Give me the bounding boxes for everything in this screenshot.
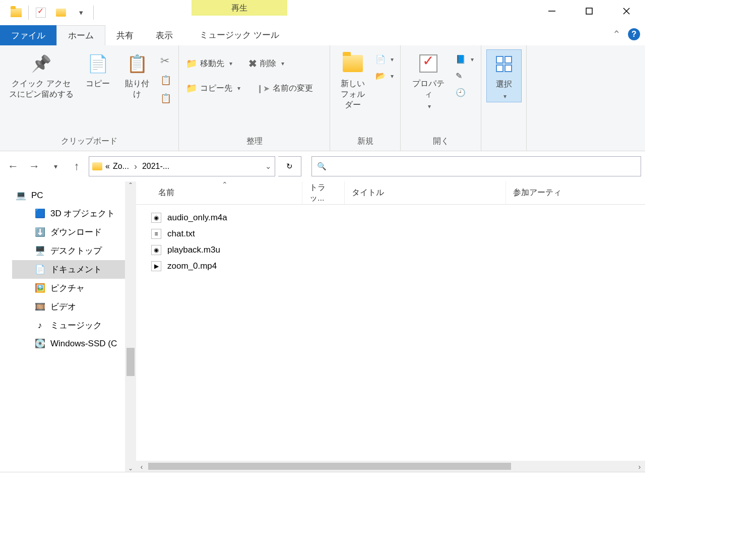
cut-icon	[160, 54, 169, 68]
tree-item[interactable]: 🟦3D オブジェクト	[12, 204, 136, 223]
tree-item-label: ピクチャ	[50, 282, 85, 294]
tree-label: PC	[31, 191, 43, 201]
file-icon: ◉	[151, 245, 161, 255]
tree-item[interactable]: 📄ドキュメント	[12, 260, 136, 279]
tab-file[interactable]: ファイル	[0, 25, 56, 45]
qat-new-folder-icon[interactable]	[51, 3, 71, 23]
copy-button[interactable]: コピー	[80, 49, 115, 91]
file-name: playback.m3u	[167, 245, 220, 255]
delete-button[interactable]: 削除	[246, 54, 286, 73]
tree-item-label: ビデオ	[50, 301, 76, 313]
quick-access-toolbar: ▾	[0, 3, 96, 23]
file-row[interactable]: ◉playback.m3u	[151, 242, 645, 258]
clipboard-group-label: クリップボード	[0, 134, 178, 151]
organize-group-label: 整理	[179, 134, 330, 151]
open-group-label: 開く	[401, 134, 481, 151]
address-history-dropdown[interactable]: ⌄	[265, 162, 272, 171]
properties-label: プロパティ	[409, 79, 448, 100]
copy-path-button[interactable]	[158, 72, 173, 89]
contextual-tab-group: 再生	[192, 0, 287, 16]
select-button[interactable]: 選択	[486, 49, 522, 102]
breadcrumb-2[interactable]: 2021-...	[142, 162, 169, 171]
new-folder-label: 新しいフォルダー	[338, 79, 367, 110]
paste-label: 貼り付け	[121, 79, 152, 100]
close-button[interactable]	[608, 0, 645, 22]
tree-item[interactable]: 🖥️デスクトップ	[12, 241, 136, 260]
tab-music-tools[interactable]: ミュージック ツール	[192, 25, 287, 45]
column-track[interactable]: トラッ...	[302, 181, 345, 204]
up-button[interactable]: ↑	[68, 157, 86, 175]
column-artist[interactable]: 参加アーティ	[506, 181, 645, 204]
edit-button[interactable]: ✎	[454, 68, 476, 84]
copy-path-icon	[160, 75, 171, 86]
file-row[interactable]: ◉audio_only.m4a	[151, 210, 645, 226]
maximize-button[interactable]	[571, 0, 608, 22]
column-headers: 名前 トラッ... タイトル 参加アーティ	[136, 181, 645, 205]
contextual-tab-label: 再生	[192, 0, 287, 16]
scroll-right-icon[interactable]: ›	[634, 462, 645, 471]
tab-view[interactable]: 表示	[145, 25, 184, 45]
new-group-label: 新規	[330, 134, 400, 151]
scroll-down-icon[interactable]: ⌄	[128, 465, 133, 472]
tree-item[interactable]: 🎞️ビデオ	[12, 297, 136, 316]
scroll-up-icon[interactable]: ⌃	[128, 181, 133, 189]
svg-rect-1	[586, 8, 592, 14]
tree-item[interactable]: ⬇️ダウンロード	[12, 223, 136, 241]
select-group-label	[481, 144, 526, 151]
tree-item-pc[interactable]: 💻PC	[12, 187, 136, 204]
minimize-button[interactable]	[533, 0, 571, 22]
breadcrumb-1[interactable]: Zo...	[113, 162, 129, 171]
easy-access-button[interactable]: 📂	[373, 68, 396, 84]
qat-properties-icon[interactable]	[31, 3, 51, 23]
hscroll-thumb[interactable]	[148, 463, 511, 470]
rename-button[interactable]: 名前の変更	[255, 80, 315, 97]
paste-button[interactable]: 貼り付け	[118, 49, 155, 102]
column-name[interactable]: 名前	[151, 181, 302, 204]
navpane-scrollbar[interactable]: ⌃ ⌄	[125, 181, 136, 472]
qat-customize-dropdown[interactable]: ▾	[71, 3, 91, 23]
copy-to-button[interactable]: コピー先	[184, 80, 242, 97]
pin-icon	[31, 51, 51, 76]
back-button[interactable]: ←	[4, 157, 22, 175]
delete-icon	[248, 57, 257, 70]
column-title[interactable]: タイトル	[345, 181, 506, 204]
new-folder-button[interactable]: 新しいフォルダー	[335, 49, 370, 112]
pin-to-quick-access-button[interactable]: クイック アクセスにピン留めする	[5, 49, 77, 102]
scroll-left-icon[interactable]: ‹	[136, 462, 147, 471]
tree-item-label: Windows-SSD (C	[50, 339, 117, 349]
rename-icon	[257, 84, 270, 93]
address-bar[interactable]: « Zo... 2021-... ⌄	[89, 156, 275, 176]
refresh-button[interactable]: ↻	[278, 156, 301, 176]
cut-button[interactable]	[158, 51, 173, 71]
paste-shortcut-button[interactable]	[158, 90, 173, 107]
paste-icon	[127, 51, 148, 76]
history-button[interactable]: 🕘	[454, 85, 476, 100]
properties-button[interactable]: プロパティ	[406, 49, 451, 112]
tree-item-label: ダウンロード	[50, 226, 102, 238]
tab-home[interactable]: ホーム	[56, 25, 105, 45]
window-controls	[533, 0, 645, 22]
tab-share[interactable]: 共有	[105, 25, 145, 45]
new-item-button[interactable]: 📄	[373, 51, 396, 67]
qat-folder-icon[interactable]	[6, 3, 26, 23]
tree-item[interactable]: 💽Windows-SSD (C	[12, 335, 136, 352]
tree-item-icon: 🟦	[34, 208, 45, 219]
search-box[interactable]: 🔍	[311, 156, 641, 176]
content-area: 💻PC🟦3D オブジェクト⬇️ダウンロード🖥️デスクトップ📄ドキュメント🖼️ピク…	[0, 181, 645, 472]
recent-locations-dropdown[interactable]: ▾	[46, 157, 65, 175]
move-to-button[interactable]: 移動先	[184, 54, 234, 73]
horizontal-scrollbar[interactable]: ‹ ›	[136, 461, 645, 472]
tree-item[interactable]: ♪ミュージック	[12, 316, 136, 335]
copy-label: コピー	[86, 79, 110, 89]
open-button[interactable]: 📘	[454, 51, 476, 67]
navigation-bar: ← → ▾ ↑ « Zo... 2021-... ⌄ ↻ 🔍	[0, 151, 645, 181]
status-bar: 4 個の項目 ☰ ▦	[0, 472, 645, 474]
forward-button[interactable]: →	[25, 157, 43, 175]
file-row[interactable]: ≡chat.txt	[151, 226, 645, 242]
tree-item-label: ドキュメント	[50, 264, 102, 275]
help-button[interactable]: ?	[628, 28, 640, 40]
scrollbar-thumb[interactable]	[127, 348, 135, 376]
collapse-ribbon-icon[interactable]: ⌃	[612, 28, 621, 40]
tree-item[interactable]: 🖼️ピクチャ	[12, 279, 136, 297]
file-row[interactable]: ▶zoom_0.mp4	[151, 258, 645, 274]
